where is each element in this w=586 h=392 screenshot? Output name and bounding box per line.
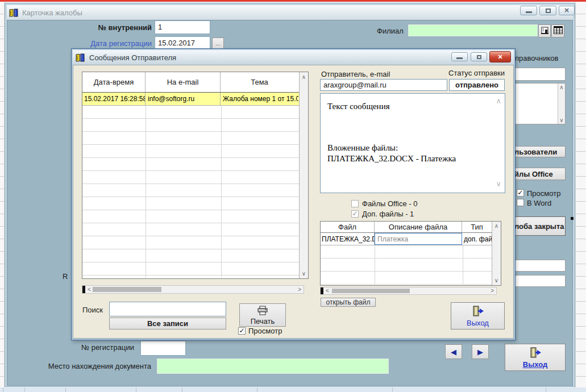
scrollbar-mark <box>321 287 323 294</box>
scroll-down-icon[interactable]: ∨ <box>300 271 308 277</box>
reg-number-field[interactable] <box>140 341 186 356</box>
directories-label-fragment: правочников <box>515 54 558 62</box>
main-window-title: Карточка жалобы <box>22 9 82 17</box>
status-label: Статус отправки <box>435 69 505 77</box>
messages-col-email[interactable]: На e-mail <box>146 72 221 92</box>
artifact-dot <box>571 217 573 220</box>
dialog-exit-button[interactable]: Выход <box>451 302 505 330</box>
messages-row-selected[interactable]: 15.02.2017 16:28:58 info@softorg.ru Жало… <box>82 93 308 106</box>
files-table[interactable]: Файл Описание файла Тип ПЛАТЕЖКА_32.DO П… <box>320 221 501 286</box>
dialog-minimize-button[interactable] <box>451 52 468 61</box>
exit-door-icon <box>472 306 484 319</box>
messages-table[interactable]: Дата-время На e-mail Тема 15.02.2017 16:… <box>82 72 309 279</box>
messages-hscrollbar[interactable]: < > <box>82 285 304 294</box>
internal-number-field[interactable]: 1 <box>155 20 210 34</box>
dialog-maximize-button[interactable] <box>471 52 487 61</box>
extra-files-checkbox[interactable]: ✓ <box>351 210 359 218</box>
scroll-up-icon[interactable]: ∧ <box>492 223 501 229</box>
files-hscrollbar[interactable]: < > <box>320 287 497 295</box>
background-grid-left <box>0 2 5 392</box>
scroll-down-icon[interactable]: ∨ <box>492 278 501 283</box>
cell-email[interactable]: info@softorg.ru <box>146 93 221 105</box>
scroll-right-icon[interactable]: > <box>491 288 494 294</box>
preview-checkbox-label[interactable]: Просмотр <box>527 189 560 198</box>
office-files-checkbox[interactable] <box>351 200 359 207</box>
cell-type[interactable]: доп. файл <box>462 233 492 245</box>
sender-field[interactable]: araxgroup@mail.ru <box>320 79 447 91</box>
exit-door-icon <box>529 347 542 360</box>
word-checkbox-label[interactable]: В Word <box>527 199 551 207</box>
reg-date-picker-button[interactable]: ... <box>212 37 224 49</box>
next-record-button[interactable]: ▶ <box>472 344 489 359</box>
files-row[interactable]: ПЛАТЕЖКА_32.DO Платежка доп. файл <box>321 233 501 245</box>
scroll-up-icon[interactable]: ∧ <box>558 85 565 90</box>
files-col-description[interactable]: Описание файла <box>375 222 462 232</box>
minimize-icon <box>526 11 532 13</box>
main-close-button[interactable]: ✕ <box>559 6 575 15</box>
message-text-area[interactable]: Текст сообщения Вложенные файлы: ПЛАТЕЖК… <box>320 93 505 193</box>
scroll-right-icon[interactable]: > <box>298 287 301 293</box>
main-minimize-button[interactable] <box>520 6 537 15</box>
open-file-button[interactable]: открыть файл <box>321 298 376 307</box>
dialog-title-bar[interactable]: Сообщения Отправителя <box>73 50 514 65</box>
files-vscrollbar[interactable]: ∧ ∨ <box>492 222 501 285</box>
word-checkbox[interactable] <box>517 199 524 206</box>
maximize-icon <box>477 55 481 59</box>
branch-organization-button[interactable] <box>538 24 551 37</box>
prev-icon: ◀ <box>451 348 456 356</box>
all-records-button[interactable]: Все записи <box>109 318 226 330</box>
cell-datetime[interactable]: 15.02.2017 16:28:58 <box>82 93 146 105</box>
main-maximize-button[interactable] <box>539 6 556 15</box>
messages-col-datetime[interactable]: Дата-время <box>82 72 146 92</box>
print-button[interactable]: Печать <box>239 303 286 327</box>
minimize-icon <box>456 57 463 59</box>
close-icon: ✕ <box>564 7 569 14</box>
prev-record-button[interactable]: ◀ <box>445 344 462 359</box>
right-panel-field[interactable] <box>515 68 566 81</box>
dialog-close-button[interactable]: ✕ <box>489 51 511 62</box>
right-panel-field-3[interactable] <box>514 275 566 287</box>
messages-vscrollbar[interactable]: ∧ ∨ <box>299 72 308 278</box>
cell-subject[interactable]: Жалоба номер 1 от 15.02.2 <box>221 93 298 105</box>
printer-icon <box>257 306 268 317</box>
complaint-closed-button-fragment[interactable]: лоба закрыта <box>514 216 566 236</box>
office-files-checkbox-label[interactable]: Файлы Office - 0 <box>362 199 417 208</box>
scroll-down-icon[interactable]: ∨ <box>496 181 501 187</box>
files-col-file[interactable]: Файл <box>321 222 375 232</box>
office-files-button-fragment[interactable]: йлы Office <box>514 168 566 180</box>
scroll-down-icon[interactable]: ∨ <box>558 118 565 123</box>
main-exit-button[interactable]: Выход <box>505 344 566 371</box>
listbox-scrollbar[interactable]: ∧ ∨ <box>558 84 565 124</box>
print-button-label: Печать <box>251 317 275 326</box>
scroll-left-icon[interactable]: < <box>88 287 91 293</box>
files-col-type[interactable]: Тип <box>462 222 492 232</box>
cell-file[interactable]: ПЛАТЕЖКА_32.DO <box>321 233 375 245</box>
dialog-books-icon <box>76 53 85 62</box>
dialog-preview-checkbox[interactable]: ✓ <box>238 327 246 335</box>
branch-table-button[interactable] <box>551 24 564 37</box>
users-button-fragment[interactable]: льзователи <box>514 146 566 157</box>
messages-col-subject[interactable]: Тема <box>221 72 298 92</box>
internal-number-label: № внутренний <box>67 23 152 32</box>
scroll-up-icon[interactable]: ∧ <box>300 74 308 80</box>
branch-field[interactable] <box>408 24 538 36</box>
scroll-up-icon[interactable]: ∧ <box>496 98 501 104</box>
preview-checkbox[interactable]: ✓ <box>517 189 524 197</box>
main-title-bar[interactable]: Карточка жалобы <box>7 5 573 20</box>
right-panel-field-2[interactable] <box>514 260 566 272</box>
scroll-thumb[interactable] <box>332 289 410 293</box>
right-panel-listbox[interactable]: ∧ ∨ <box>515 83 566 124</box>
scroll-thumb[interactable] <box>93 287 161 292</box>
extra-files-checkbox-label[interactable]: Доп. файлы - 1 <box>362 210 414 218</box>
screen: Карточка жалобы ✕ № внутренний 1 Дата ре… <box>0 0 586 392</box>
search-input[interactable] <box>109 302 226 316</box>
r-label-fragment: R <box>63 272 68 281</box>
cell-description-editor[interactable]: Платежка <box>375 233 462 245</box>
scroll-left-icon[interactable]: < <box>326 288 329 294</box>
message-line-2: Вложенные файлы: <box>327 143 505 153</box>
check-icon: ✓ <box>239 327 244 335</box>
reg-date-label[interactable]: Дата регистрации <box>85 39 152 48</box>
doc-location-field[interactable] <box>157 358 389 374</box>
dialog-preview-checkbox-label[interactable]: Просмотр <box>248 327 282 335</box>
scrollbar-mark <box>82 286 85 293</box>
